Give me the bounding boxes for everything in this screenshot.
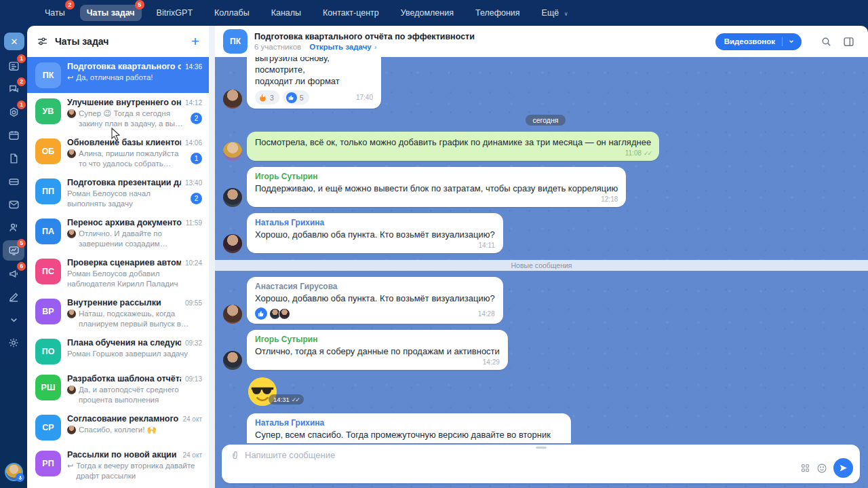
sticker-message[interactable]: 14:31✓✓ [247,376,868,407]
chat-time: 09:13 [185,375,202,383]
copilot-assistant-button[interactable] [5,463,23,481]
apps-grid-button[interactable] [800,463,810,473]
chat-title: Перенос архива документов [67,218,182,227]
emoji-button[interactable] [816,463,827,474]
chat-list-header: Чаты задач + [27,26,209,57]
document-icon [8,153,20,164]
message-bubble[interactable]: Наталья Грихина Супер, всем спасибо. Тог… [247,413,571,443]
topnav-tab[interactable]: Ещё ∨ [535,5,575,21]
open-task-link[interactable]: Открыть задачу› [309,43,376,51]
chat-title: Разработка шаблона отчёта по п... [67,374,181,383]
composer-drag-handle[interactable] [536,447,547,449]
topnav-tab[interactable]: Контакт-центр [316,5,386,21]
sidebar-more-button[interactable] [3,309,24,330]
message-bubble[interactable]: выгрузила основу, посмотрите, подходит л… [247,57,381,109]
search-icon [821,36,832,48]
sidebar-item-tasks[interactable]: 1 [3,102,24,122]
panel-gutter [209,26,215,488]
avatar [223,90,242,109]
sidebar-item-drive[interactable] [3,171,24,191]
chat-preview: Роман Горшков завершил задачу [67,349,202,359]
message-row: Игорь Сутырин Отлично, тогда я соберу да… [223,330,868,370]
chat-list-item[interactable]: СР Согласование рекламного мак... 24 окт… [27,409,209,445]
sender-name: Наталья Грихина [255,418,563,428]
topnav-tab-label: BitrixGPT [157,8,193,18]
sidebar-item-marketing[interactable]: 6 [3,263,24,284]
message-bubble[interactable]: Наталья Грихина Хорошо, добавлю оба пунк… [247,213,503,253]
message-bubble[interactable]: Игорь Сутырин Отлично, тогда я соберу да… [247,330,508,370]
reaction-fire[interactable]: 3 [255,90,279,105]
chat-avatar: ПО [35,339,61,364]
thumbs-up-icon [258,310,264,317]
reaction-like[interactable]: 5 [283,90,309,105]
tasks-badge: 1 [17,100,26,109]
topnav-tab[interactable]: Чаты задач 5 [80,5,142,21]
chat-avatar: ПС [35,259,61,284]
message-row: выгрузила основу, посмотрите, подходит л… [223,57,868,109]
topnav-tab[interactable]: Каналы [264,5,308,21]
topnav-tab[interactable]: Чаты 2 [38,5,72,21]
sidebar-item-messenger-tasks[interactable]: 5 [3,240,24,261]
drive-icon [8,176,20,187]
close-panel-button[interactable]: ✕ [4,33,24,50]
sidebar-item-chats[interactable]: 2 [3,79,24,99]
video-call-button[interactable]: Видеозвонок [715,33,802,50]
sender-name: Игорь Сутырин [255,335,500,344]
toggle-sidebar-button[interactable] [840,33,857,50]
message-composer[interactable] [222,445,860,483]
sidebar-settings-button[interactable] [3,333,24,353]
filter-button[interactable] [37,36,48,48]
chats-badge: 2 [17,77,26,86]
create-chat-button[interactable]: + [191,35,199,48]
sidebar-item-calendar[interactable] [3,125,24,145]
topnav-tab[interactable]: Телефония [469,5,527,21]
chat-list-item[interactable]: ПА Перенос архива документов 11:59 Отлич… [27,213,209,253]
chat-preview: Отлично. И давайте по завершении создади… [79,229,202,248]
message-input[interactable] [245,450,852,460]
chevron-down-icon: ∨ [564,11,568,17]
topnav-tab-label: Уведомления [401,8,454,18]
filter-sliders-icon [37,36,48,48]
sidebar-item-clients[interactable] [3,217,24,238]
message-time: 14:11 [478,242,494,249]
mini-avatar [67,149,76,158]
chat-list-item[interactable]: ВР Внутренние рассылки 09:55 Наташ, подс… [27,293,209,333]
chat-list-item[interactable]: ПП Подготовка презентации для пар... 13:… [27,173,209,213]
topnav-tab-label: Чаты задач [87,8,135,18]
chat-preview: Супер 😉 Тогда я сегодня закину план в за… [79,109,186,128]
chat-list-item[interactable]: ПК Планирование корпоративного... 23 окт… [27,485,209,488]
chat-avatar: УВ [35,98,61,124]
chat-time: 14:12 [185,99,202,107]
message-bubble[interactable]: Посмотрела, всё ок, только можно добавит… [247,132,659,161]
chat-list-item[interactable]: ПО Плана обучения на следующий к... 09:3… [27,333,209,369]
message-bubble[interactable]: Игорь Сутырин Поддерживаю, и ещё можно в… [247,167,626,207]
calendar-icon [8,130,20,141]
chat-list-item[interactable]: ПС Проверка сценариев автоматиче... 10:2… [27,253,209,293]
sidebar-item-mail[interactable] [3,194,24,214]
chat-time: 24 окт [182,415,202,423]
fire-emoji [258,93,267,102]
topnav-tab[interactable]: BitrixGPT [150,5,199,21]
chat-title: Согласование рекламного мак... [67,414,178,424]
sidebar-item-documents[interactable] [3,148,24,168]
topnav-tab[interactable]: Уведомления [394,5,460,21]
attach-paperclip-icon[interactable] [230,450,240,460]
chat-list-item[interactable]: РП Рассылки по новой акции 24 окт ↩ Тогд… [27,445,209,485]
topnav-tab[interactable]: Коллабы [208,5,256,21]
sidebar-item-news-feed[interactable]: 1 [3,56,24,76]
chat-list-item[interactable]: ОБ Обновление базы клиентов 14:06 Алина,… [27,133,209,173]
reaction-like[interactable] [255,307,267,320]
chat-list-item[interactable]: РШ Разработка шаблона отчёта по п... 09:… [27,369,209,409]
send-button[interactable] [833,458,853,478]
chat-preview: Алина, пришли пожалуйста то что удалось … [79,149,186,168]
chat-preview: Да, и автоподсчёт среднего процента выпо… [79,385,202,405]
people-icon [8,222,20,233]
message-bubble[interactable]: Анастасия Гирусова Хорошо, добавлю оба п… [247,277,503,324]
message-stream[interactable]: выгрузила основу, посмотрите, подходит л… [215,57,868,443]
chat-list-item[interactable]: ПК Подготовка квартального отчёта... 14:… [27,57,209,93]
chat-title: Проверка сценариев автоматиче... [67,258,181,267]
chat-list-item[interactable]: УВ Улучшение внутреннего онборди... 14:1… [27,93,209,133]
reply-icon: ↩ [67,73,73,82]
search-button[interactable] [818,33,835,50]
sidebar-item-sign[interactable] [3,286,24,307]
